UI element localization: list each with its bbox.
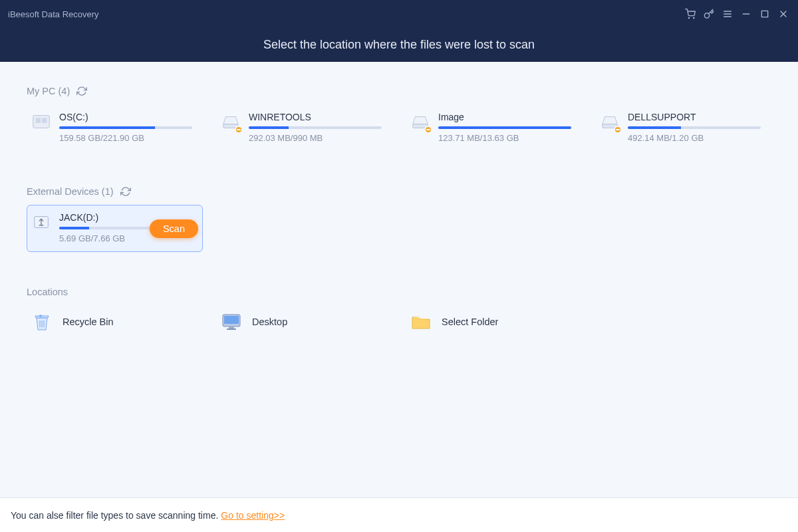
locations-grid: Recycle Bin Desktop Select Folder <box>27 305 771 338</box>
mypc-drive-grid: OS(C:) 159.58 GB/221.90 GB WINRETOOLS 29… <box>27 104 771 152</box>
hdd-icon <box>600 112 620 132</box>
location-label: Recycle Bin <box>63 317 114 327</box>
drive-size: 492.14 MB/1.20 GB <box>628 133 763 143</box>
usage-bar <box>249 126 382 129</box>
refresh-icon[interactable] <box>76 86 87 96</box>
close-icon[interactable] <box>774 5 793 23</box>
svg-rect-6 <box>761 11 767 17</box>
section-locations-label: Locations <box>27 287 68 297</box>
drive-image[interactable]: Image 123.71 MB/13.63 GB <box>406 104 582 152</box>
location-select-folder[interactable]: Select Folder <box>406 305 582 338</box>
footer-bar: You can alse filter file types to save s… <box>0 497 798 532</box>
section-locations-header: Locations <box>27 287 771 297</box>
section-mypc-label: My PC (4) <box>27 86 70 96</box>
instruction-text: Select the location where the files were… <box>263 38 535 52</box>
svg-rect-17 <box>224 316 239 324</box>
location-label: Desktop <box>252 317 287 327</box>
drive-name: OS(C:) <box>59 112 194 122</box>
warning-badge-icon <box>424 126 432 134</box>
drive-winretools[interactable]: WINRETOOLS 292.03 MB/990 MB <box>216 104 392 152</box>
svg-rect-9 <box>33 116 49 128</box>
footer-text: You can alse filter file types to save s… <box>11 510 218 521</box>
warning-badge-icon <box>614 126 622 134</box>
section-external-header: External Devices (1) <box>27 186 771 197</box>
cart-icon[interactable] <box>681 5 700 23</box>
svg-point-0 <box>688 17 689 18</box>
desktop-icon <box>220 311 243 333</box>
scan-button[interactable]: Scan <box>150 219 198 238</box>
drive-size: 123.71 MB/13.63 GB <box>438 133 573 143</box>
folder-icon <box>410 311 432 333</box>
warning-badge-icon <box>235 126 243 134</box>
recycle-bin-icon <box>31 311 53 333</box>
refresh-icon[interactable] <box>120 186 131 197</box>
drive-size: 292.03 MB/990 MB <box>249 133 384 143</box>
drive-name: DELLSUPPORT <box>628 112 763 122</box>
svg-rect-19 <box>227 329 236 330</box>
drive-size: 159.58 GB/221.90 GB <box>59 133 194 143</box>
location-desktop[interactable]: Desktop <box>216 305 392 338</box>
svg-rect-10 <box>36 118 41 123</box>
titlebar: iBeesoft Data Recovery <box>0 0 798 28</box>
svg-rect-18 <box>229 327 234 329</box>
drive-dellsupport[interactable]: DELLSUPPORT 492.14 MB/1.20 GB <box>595 104 771 152</box>
hdd-icon <box>31 112 51 132</box>
usage-bar <box>438 126 571 129</box>
drive-jack-d[interactable]: JACK(D:) 5.69 GB/7.66 GB Scan <box>27 205 203 252</box>
menu-icon[interactable] <box>718 5 737 23</box>
drive-os-c[interactable]: OS(C:) 159.58 GB/221.90 GB <box>27 104 203 152</box>
location-recycle-bin[interactable]: Recycle Bin <box>27 305 203 338</box>
drive-name: WINRETOOLS <box>249 112 384 122</box>
go-to-setting-link[interactable]: Go to setting>> <box>221 510 285 521</box>
maximize-icon[interactable] <box>755 5 774 23</box>
location-label: Select Folder <box>442 317 498 327</box>
usb-drive-icon <box>31 212 51 232</box>
content: My PC (4) OS(C:) 159.58 GB/221.90 GB WIN… <box>0 62 798 497</box>
key-icon[interactable] <box>700 5 718 23</box>
drive-name: Image <box>438 112 573 122</box>
external-drive-grid: JACK(D:) 5.69 GB/7.66 GB Scan <box>27 205 771 252</box>
section-external-label: External Devices (1) <box>27 186 114 197</box>
hdd-icon <box>410 112 430 132</box>
app-title: iBeesoft Data Recovery <box>8 9 99 19</box>
minimize-icon[interactable] <box>737 5 755 23</box>
usage-bar <box>59 227 152 229</box>
usage-bar <box>59 126 192 129</box>
page-title: Select the location where the files were… <box>0 28 798 62</box>
section-mypc-header: My PC (4) <box>27 86 771 96</box>
svg-rect-11 <box>42 118 47 123</box>
usage-bar <box>628 126 761 129</box>
svg-point-1 <box>694 17 694 18</box>
hdd-icon <box>221 112 241 132</box>
